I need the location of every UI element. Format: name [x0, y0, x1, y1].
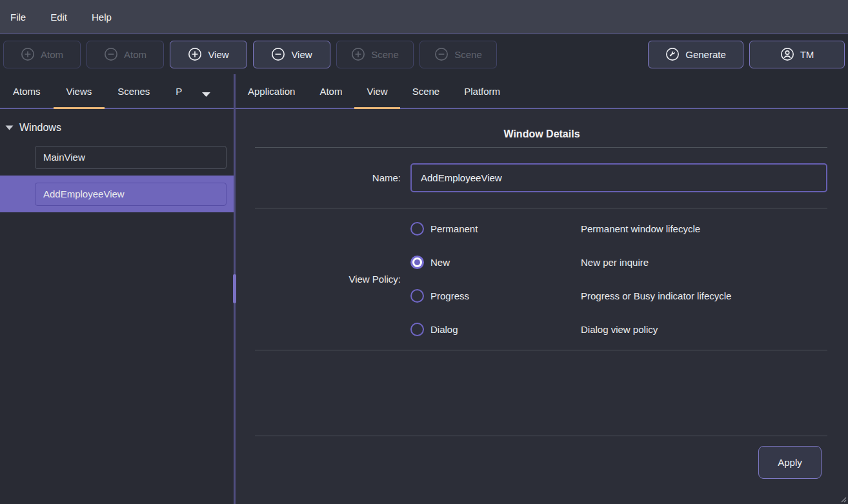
- radio-button-icon: [410, 323, 424, 336]
- application-window: File Edit Help Atom Atom View View: [0, 0, 848, 504]
- tree-item-label: MainView: [43, 152, 85, 163]
- add-view-label: View: [208, 49, 228, 60]
- views-tree: Windows MainView AddEmployeeView: [0, 109, 234, 504]
- tm-button[interactable]: TM: [749, 41, 845, 68]
- radio-label: Permanent: [430, 223, 478, 234]
- radio-cell: Dialog: [410, 323, 581, 336]
- tm-label: TM: [800, 49, 814, 60]
- tab-label: P: [176, 86, 182, 97]
- window-resize-grip[interactable]: [840, 496, 847, 503]
- remove-scene-label: Scene: [454, 49, 482, 60]
- tab-label: Views: [66, 86, 92, 97]
- tab-label: Atom: [319, 86, 342, 97]
- tree-node-windows[interactable]: Windows: [0, 117, 234, 139]
- page-title: Window Details: [236, 128, 848, 140]
- tab-label: Atoms: [13, 86, 41, 97]
- tab-platform[interactable]: Platform: [452, 74, 512, 108]
- generate-label: Generate: [685, 49, 726, 60]
- apply-row: Apply: [236, 436, 848, 479]
- name-label: Name:: [255, 172, 401, 183]
- remove-view-label: View: [291, 49, 312, 60]
- menu-bar: File Edit Help: [0, 0, 848, 34]
- add-scene-button[interactable]: Scene: [336, 41, 414, 68]
- radio-button-icon: [410, 289, 424, 303]
- plus-circle-icon: [21, 47, 35, 61]
- name-field-row: Name:: [236, 148, 848, 208]
- toolbar-left-group: Atom Atom View View Scene Scene: [3, 41, 497, 68]
- sidebar: Atoms Views Scenes P Windows MainView Ad…: [0, 74, 234, 504]
- tab-label: Application: [248, 86, 295, 97]
- radio-button-icon: [410, 222, 424, 236]
- sidebar-tab-bar: Atoms Views Scenes P: [0, 74, 234, 109]
- radio-option-permanent[interactable]: Permanent Permanent window lifecycle: [410, 212, 827, 245]
- apply-button[interactable]: Apply: [758, 446, 822, 479]
- empty-space: [236, 350, 848, 436]
- person-circle-icon: [780, 47, 794, 61]
- radio-option-progress[interactable]: Progress Progress or Busy indicator life…: [410, 279, 827, 312]
- add-view-button[interactable]: View: [170, 41, 247, 68]
- radio-cell: Progress: [410, 289, 581, 303]
- remove-atom-button[interactable]: Atom: [86, 41, 164, 68]
- tab-overflow-button[interactable]: [195, 81, 217, 108]
- view-policy-label: View Policy:: [255, 274, 401, 285]
- radio-description: New per inquire: [581, 257, 649, 268]
- main-tab-bar: Application Atom View Scene Platform: [236, 74, 848, 109]
- radio-label: New: [430, 257, 450, 268]
- radio-description: Dialog view policy: [581, 324, 658, 335]
- sidebar-tab-views[interactable]: Views: [54, 74, 105, 108]
- sidebar-splitter: [234, 74, 236, 504]
- main-panel: Application Atom View Scene Platform Win…: [236, 74, 848, 504]
- minus-circle-icon: [104, 47, 118, 61]
- menu-file[interactable]: File: [10, 12, 26, 23]
- radio-description: Progress or Busy indicator lifecycle: [581, 290, 731, 301]
- tab-label: Platform: [464, 86, 500, 97]
- minus-circle-icon: [271, 47, 285, 61]
- radio-cell: New: [410, 256, 581, 269]
- window-details-form: Window Details Name: View Policy: Perman…: [236, 109, 848, 504]
- plus-circle-icon: [188, 47, 202, 61]
- splitter-handle[interactable]: [233, 274, 236, 303]
- tab-label: Scene: [412, 86, 440, 97]
- add-atom-label: Atom: [41, 49, 63, 60]
- tree-item-addemployeeview[interactable]: AddEmployeeView: [0, 176, 234, 212]
- view-policy-group: View Policy: Permanent Permanent window …: [236, 208, 848, 350]
- window-body: Atoms Views Scenes P Windows MainView Ad…: [0, 74, 848, 504]
- tree-node-label: Windows: [19, 122, 61, 134]
- toolbar-right-group: Generate TM: [648, 41, 845, 68]
- remove-atom-label: Atom: [124, 49, 146, 60]
- menu-help[interactable]: Help: [92, 12, 112, 23]
- tab-scene[interactable]: Scene: [400, 74, 452, 108]
- sidebar-tab-scenes[interactable]: Scenes: [105, 74, 163, 108]
- radio-button-icon: [410, 256, 424, 269]
- radio-description: Permanent window lifecycle: [581, 223, 700, 234]
- tree-item-label: AddEmployeeView: [43, 188, 125, 199]
- sidebar-tab-platform-truncated[interactable]: P: [163, 74, 195, 108]
- add-atom-button[interactable]: Atom: [3, 41, 81, 68]
- tab-view[interactable]: View: [354, 74, 399, 108]
- tree-item-box: MainView: [35, 146, 227, 169]
- sidebar-tab-atoms[interactable]: Atoms: [0, 74, 54, 108]
- remove-scene-button[interactable]: Scene: [419, 41, 497, 68]
- tab-application[interactable]: Application: [236, 74, 307, 108]
- plus-circle-icon: [351, 47, 365, 61]
- add-scene-label: Scene: [371, 49, 399, 60]
- toolbar: Atom Atom View View Scene Scene: [0, 34, 848, 74]
- radio-label: Progress: [430, 290, 469, 301]
- radio-option-dialog[interactable]: Dialog Dialog view policy: [410, 312, 827, 346]
- remove-view-button[interactable]: View: [253, 41, 330, 68]
- radio-label: Dialog: [430, 324, 458, 335]
- chevron-down-icon: [201, 92, 211, 97]
- name-input[interactable]: [410, 163, 827, 192]
- tab-atom[interactable]: Atom: [307, 74, 354, 108]
- menu-edit[interactable]: Edit: [50, 12, 67, 23]
- generate-button[interactable]: Generate: [648, 41, 743, 68]
- tab-label: Scenes: [117, 86, 150, 97]
- radio-cell: Permanent: [410, 222, 581, 236]
- wrench-circle-icon: [665, 47, 680, 61]
- tree-item-mainview[interactable]: MainView: [0, 139, 234, 176]
- radio-option-new[interactable]: New New per inquire: [410, 245, 827, 279]
- tree-item-box: AddEmployeeView: [35, 183, 227, 206]
- view-policy-options: Permanent Permanent window lifecycle New…: [410, 212, 827, 346]
- triangle-down-icon: [5, 125, 14, 130]
- minus-circle-icon: [434, 47, 449, 61]
